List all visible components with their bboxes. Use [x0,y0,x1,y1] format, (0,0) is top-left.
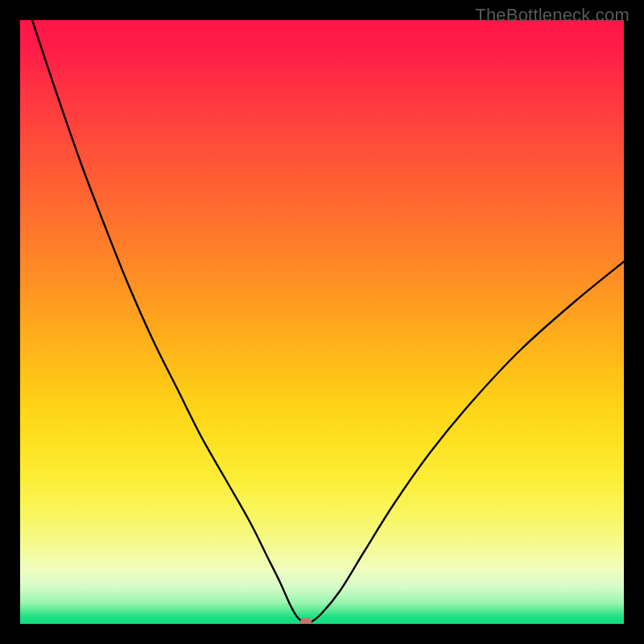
plot-area [20,20,624,624]
curve-layer [20,20,624,624]
watermark-text: TheBottleneck.com [475,5,630,26]
optimal-point-marker [300,617,312,624]
bottleneck-curve [32,20,624,623]
